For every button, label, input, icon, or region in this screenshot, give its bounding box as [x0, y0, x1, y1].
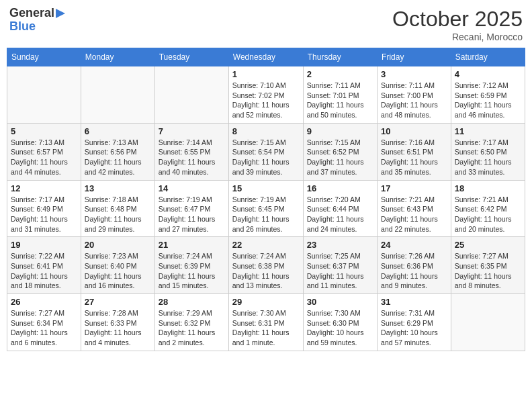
day-number: 13: [85, 183, 151, 193]
day-number: 28: [159, 297, 225, 307]
day-info-line: Daylight: 11 hours and 35 minutes.: [381, 158, 438, 176]
day-info-line: Sunset: 6:56 PM: [85, 148, 137, 156]
day-info-line: Sunrise: 7:20 AM: [307, 195, 361, 203]
day-info-line: Daylight: 11 hours and 2 minutes.: [159, 328, 216, 347]
day-info-line: Sunset: 6:37 PM: [307, 262, 359, 270]
calendar-cell: 16Sunrise: 7:20 AMSunset: 6:44 PMDayligh…: [303, 180, 377, 237]
day-info-line: Daylight: 11 hours and 11 minutes.: [307, 272, 364, 290]
calendar-cell: 18Sunrise: 7:21 AMSunset: 6:42 PMDayligh…: [451, 180, 525, 237]
logo-block: General Blue: [9, 7, 65, 34]
day-info-line: Sunrise: 7:13 AM: [11, 138, 64, 146]
day-info-line: Sunrise: 7:15 AM: [307, 138, 361, 146]
day-info-line: Daylight: 11 hours and 27 minutes.: [159, 215, 216, 233]
day-info-line: Daylight: 11 hours and 52 minutes.: [232, 101, 290, 119]
day-info-line: Sunrise: 7:18 AM: [85, 195, 138, 203]
day-info-line: Sunrise: 7:11 AM: [381, 81, 435, 89]
day-info-line: Sunrise: 7:21 AM: [455, 195, 508, 203]
day-info-line: Sunrise: 7:23 AM: [85, 252, 138, 260]
calendar-cell: 12Sunrise: 7:17 AMSunset: 6:49 PMDayligh…: [7, 180, 81, 237]
day-info-line: Sunrise: 7:30 AM: [232, 309, 286, 317]
calendar-cell: 8Sunrise: 7:15 AMSunset: 6:54 PMDaylight…: [228, 123, 303, 180]
day-info: Sunrise: 7:27 AMSunset: 6:34 PMDaylight:…: [11, 308, 77, 348]
day-info-line: Daylight: 11 hours and 24 minutes.: [307, 215, 364, 233]
calendar-cell: [7, 66, 81, 124]
day-info-line: Sunrise: 7:27 AM: [11, 309, 64, 317]
day-info-line: Sunrise: 7:22 AM: [11, 252, 64, 260]
day-info-line: Daylight: 11 hours and 4 minutes.: [85, 328, 142, 347]
calendar-cell: 2Sunrise: 7:11 AMSunset: 7:01 PMDaylight…: [303, 66, 377, 124]
day-info: Sunrise: 7:20 AMSunset: 6:44 PMDaylight:…: [307, 195, 373, 234]
day-info-line: Sunrise: 7:25 AM: [307, 252, 361, 260]
day-info-line: Daylight: 11 hours and 40 minutes.: [159, 158, 216, 176]
day-info: Sunrise: 7:14 AMSunset: 6:55 PMDaylight:…: [159, 138, 225, 177]
day-info: Sunrise: 7:23 AMSunset: 6:40 PMDaylight:…: [85, 251, 151, 291]
day-info-line: Sunrise: 7:17 AM: [455, 138, 508, 146]
day-info-line: Daylight: 11 hours and 46 minutes.: [455, 101, 512, 119]
calendar-header-row: SundayMondayTuesdayWednesdayThursdayFrid…: [7, 48, 525, 66]
day-info-line: Sunset: 6:49 PM: [11, 205, 63, 213]
calendar-table: SundayMondayTuesdayWednesdayThursdayFrid…: [7, 48, 525, 351]
day-info-line: Sunrise: 7:10 AM: [232, 81, 286, 89]
day-info: Sunrise: 7:29 AMSunset: 6:32 PMDaylight:…: [159, 308, 225, 348]
day-number: 21: [159, 240, 225, 250]
day-number: 2: [307, 69, 373, 79]
calendar-cell: 20Sunrise: 7:23 AMSunset: 6:40 PMDayligh…: [81, 237, 154, 294]
calendar-cell: 30Sunrise: 7:30 AMSunset: 6:30 PMDayligh…: [303, 294, 377, 351]
day-number: 3: [381, 69, 447, 79]
day-info-line: Sunrise: 7:19 AM: [232, 195, 286, 203]
day-info-line: Sunrise: 7:26 AM: [381, 252, 435, 260]
calendar-week-row: 5Sunrise: 7:13 AMSunset: 6:57 PMDaylight…: [7, 123, 525, 180]
calendar-cell: 9Sunrise: 7:15 AMSunset: 6:52 PMDaylight…: [303, 123, 377, 180]
calendar-cell: 4Sunrise: 7:12 AMSunset: 6:59 PMDaylight…: [451, 66, 525, 124]
calendar-cell: 13Sunrise: 7:18 AMSunset: 6:48 PMDayligh…: [81, 180, 154, 237]
day-info: Sunrise: 7:16 AMSunset: 6:51 PMDaylight:…: [381, 138, 447, 177]
day-info-line: Daylight: 11 hours and 33 minutes.: [455, 158, 512, 176]
day-info-line: Daylight: 11 hours and 15 minutes.: [159, 272, 216, 290]
day-info-line: Daylight: 11 hours and 50 minutes.: [307, 101, 364, 119]
calendar-cell: 1Sunrise: 7:10 AMSunset: 7:02 PMDaylight…: [228, 66, 303, 124]
day-info-line: Sunrise: 7:24 AM: [232, 252, 286, 260]
day-info-line: Daylight: 10 hours and 59 minutes.: [307, 328, 364, 347]
calendar-cell: 3Sunrise: 7:11 AMSunset: 7:00 PMDaylight…: [378, 66, 451, 124]
day-info-line: Sunrise: 7:19 AM: [159, 195, 212, 203]
day-info-line: Sunset: 6:57 PM: [11, 148, 63, 156]
calendar-cell: 14Sunrise: 7:19 AMSunset: 6:47 PMDayligh…: [154, 180, 228, 237]
day-info-line: Sunrise: 7:31 AM: [381, 309, 435, 317]
day-info-line: Sunrise: 7:28 AM: [85, 309, 138, 317]
day-info-line: Sunrise: 7:15 AM: [232, 138, 286, 146]
day-header-tuesday: Tuesday: [154, 48, 228, 66]
day-info: Sunrise: 7:17 AMSunset: 6:50 PMDaylight:…: [455, 138, 521, 177]
calendar-cell: 15Sunrise: 7:19 AMSunset: 6:45 PMDayligh…: [228, 180, 303, 237]
day-number: 20: [85, 240, 151, 250]
day-info-line: Sunset: 6:31 PM: [232, 319, 285, 327]
day-info-line: Sunrise: 7:11 AM: [307, 81, 361, 89]
day-info-line: Daylight: 11 hours and 37 minutes.: [307, 158, 364, 176]
day-info-line: Sunset: 6:33 PM: [85, 319, 137, 327]
day-number: 12: [11, 183, 77, 193]
day-info-line: Sunrise: 7:21 AM: [381, 195, 435, 203]
day-number: 10: [381, 126, 447, 136]
day-info-line: Daylight: 11 hours and 16 minutes.: [85, 272, 142, 290]
day-info-line: Sunset: 6:42 PM: [455, 205, 507, 213]
calendar-cell: 22Sunrise: 7:24 AMSunset: 6:38 PMDayligh…: [228, 237, 303, 294]
day-info-line: Sunset: 7:00 PM: [381, 91, 433, 99]
day-info: Sunrise: 7:21 AMSunset: 6:42 PMDaylight:…: [455, 195, 521, 234]
day-number: 23: [307, 240, 373, 250]
day-info-line: Sunset: 6:44 PM: [307, 205, 359, 213]
day-info: Sunrise: 7:25 AMSunset: 6:37 PMDaylight:…: [307, 251, 373, 291]
day-info-line: Sunset: 6:59 PM: [455, 91, 507, 99]
day-header-friday: Friday: [378, 48, 451, 66]
day-info-line: Sunset: 6:29 PM: [381, 319, 433, 327]
day-info-line: Daylight: 10 hours and 57 minutes.: [381, 328, 438, 347]
calendar-cell: 19Sunrise: 7:22 AMSunset: 6:41 PMDayligh…: [7, 237, 81, 294]
calendar-cell: 28Sunrise: 7:29 AMSunset: 6:32 PMDayligh…: [154, 294, 228, 351]
day-info: Sunrise: 7:15 AMSunset: 6:54 PMDaylight:…: [232, 138, 300, 177]
day-info: Sunrise: 7:12 AMSunset: 6:59 PMDaylight:…: [455, 81, 521, 120]
day-info: Sunrise: 7:21 AMSunset: 6:43 PMDaylight:…: [381, 195, 447, 234]
day-number: 19: [11, 240, 77, 250]
day-info: Sunrise: 7:27 AMSunset: 6:35 PMDaylight:…: [455, 251, 521, 291]
day-header-saturday: Saturday: [451, 48, 525, 66]
day-info-line: Daylight: 11 hours and 29 minutes.: [85, 215, 142, 233]
day-info-line: Sunrise: 7:16 AM: [381, 138, 435, 146]
calendar-cell: [81, 66, 154, 124]
